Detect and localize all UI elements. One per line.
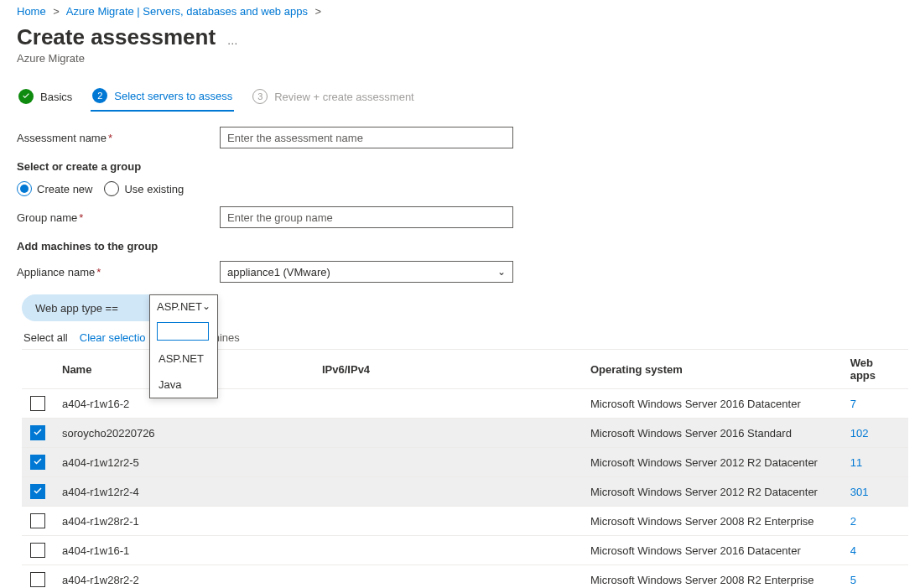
- table-row[interactable]: a404-r1w12r2-5Microsoft Windows Server 2…: [22, 448, 908, 477]
- cell-os: Microsoft Windows Server 2008 R2 Enterpr…: [582, 565, 842, 589]
- step-number-icon: 2: [92, 88, 107, 103]
- cell-webapps[interactable]: 5: [842, 565, 908, 589]
- filter-pill-web-app-type[interactable]: Web app type ==: [22, 294, 169, 321]
- cell-webapps[interactable]: 102: [842, 419, 908, 448]
- dropdown-filter-input[interactable]: [157, 322, 209, 341]
- table-row[interactable]: a404-r1w28r2-1Microsoft Windows Server 2…: [22, 507, 908, 536]
- cell-ip: [314, 448, 582, 477]
- cell-name: a404-r1w12r2-4: [54, 477, 314, 507]
- appliance-name-select[interactable]: appliance1 (VMware) ⌄: [220, 261, 513, 283]
- cell-ip: [314, 565, 582, 589]
- row-checkbox[interactable]: [30, 543, 45, 558]
- cell-os: Microsoft Windows Server 2016 Datacenter: [582, 536, 842, 565]
- cell-webapps[interactable]: 11: [842, 448, 908, 477]
- tab-basics[interactable]: Basics: [17, 84, 74, 111]
- cell-name: soroycho20220726: [54, 419, 314, 448]
- tab-select-label: Select servers to assess: [114, 90, 232, 102]
- radio-use-existing[interactable]: Use existing: [104, 181, 184, 196]
- group-mode-radio-group: Create new Use existing: [17, 181, 903, 196]
- row-checkbox[interactable]: [30, 572, 45, 587]
- column-header-os[interactable]: Operating system: [582, 350, 842, 389]
- tab-review: 3 Review + create assessment: [251, 84, 416, 111]
- column-header-webapps[interactable]: Web apps: [842, 350, 908, 389]
- assessment-name-input[interactable]: [220, 127, 513, 148]
- tab-review-label: Review + create assessment: [274, 91, 414, 103]
- row-checkbox[interactable]: [30, 513, 45, 528]
- cell-ip: [314, 536, 582, 565]
- cell-os: Microsoft Windows Server 2012 R2 Datacen…: [582, 448, 842, 477]
- group-name-input[interactable]: [220, 206, 513, 228]
- breadcrumb-section[interactable]: Azure Migrate | Servers, databases and w…: [66, 5, 308, 18]
- breadcrumb-sep: >: [311, 5, 326, 18]
- row-checkbox[interactable]: [30, 425, 45, 440]
- cell-webapps[interactable]: 2: [842, 507, 908, 536]
- table-row[interactable]: soroycho20220726Microsoft Windows Server…: [22, 419, 908, 448]
- cell-os: Microsoft Windows Server 2016 Standard: [582, 419, 842, 448]
- assessment-name-label: Assessment name*: [17, 132, 220, 144]
- cell-ip: [314, 389, 582, 419]
- machines-section-header: Add machines to the group: [17, 240, 903, 252]
- check-icon: [18, 89, 34, 104]
- filter-pill-label: Web app type ==: [35, 302, 118, 315]
- cell-name: a404-r1w28r2-1: [54, 507, 314, 536]
- column-header-ip[interactable]: IPv6/IPv4: [314, 350, 582, 389]
- table-row[interactable]: a404-r1w28r2-2Microsoft Windows Server 2…: [22, 565, 908, 589]
- cell-ip: [314, 477, 582, 507]
- cell-os: Microsoft Windows Server 2016 Datacenter: [582, 389, 842, 419]
- radio-use-existing-label: Use existing: [124, 183, 184, 195]
- dropdown-option-java[interactable]: Java: [150, 372, 217, 398]
- cell-os: Microsoft Windows Server 2008 R2 Enterpr…: [582, 507, 842, 536]
- dropdown-option-aspnet[interactable]: ASP.NET: [150, 346, 217, 372]
- web-app-type-select[interactable]: ASP.NET ⌄: [150, 295, 217, 317]
- table-row[interactable]: a404-r1w12r2-4Microsoft Windows Server 2…: [22, 477, 908, 507]
- wizard-tabs: Basics 2 Select servers to assess 3 Revi…: [17, 83, 903, 112]
- select-all-link[interactable]: Select all: [23, 331, 68, 344]
- cell-ip: [314, 419, 582, 448]
- cell-name: a404-r1w12r2-5: [54, 448, 314, 477]
- clear-selection-link[interactable]: Clear selectio: [80, 331, 146, 344]
- cell-webapps[interactable]: 4: [842, 536, 908, 565]
- appliance-name-value: appliance1 (VMware): [227, 266, 330, 278]
- breadcrumb-sep: >: [49, 5, 64, 18]
- group-name-label: Group name*: [17, 211, 220, 224]
- step-number-icon: 3: [252, 89, 268, 104]
- chevron-down-icon: ⌄: [202, 300, 211, 312]
- cell-os: Microsoft Windows Server 2012 R2 Datacen…: [582, 477, 842, 507]
- appliance-name-label: Appliance name*: [17, 266, 220, 278]
- page-title: Create assessment: [17, 24, 216, 50]
- radio-create-new-label: Create new: [37, 183, 92, 195]
- page-subtitle: Azure Migrate: [17, 52, 903, 65]
- web-app-type-selected: ASP.NET: [157, 300, 202, 313]
- tab-select-servers[interactable]: 2 Select servers to assess: [91, 83, 234, 112]
- chevron-down-icon: ⌄: [497, 266, 506, 278]
- more-actions-button[interactable]: …: [227, 34, 238, 47]
- cell-webapps[interactable]: 7: [842, 389, 908, 419]
- breadcrumb: Home > Azure Migrate | Servers, database…: [17, 3, 903, 19]
- row-checkbox[interactable]: [30, 396, 45, 411]
- cell-webapps[interactable]: 301: [842, 477, 908, 507]
- row-checkbox[interactable]: [30, 455, 45, 470]
- cell-ip: [314, 507, 582, 536]
- row-checkbox[interactable]: [30, 484, 45, 499]
- cell-name: a404-r1w16-1: [54, 536, 314, 565]
- group-section-header: Select or create a group: [17, 160, 903, 173]
- web-app-type-dropdown: ASP.NET ⌄ ASP.NET Java: [149, 294, 218, 398]
- tab-basics-label: Basics: [40, 91, 72, 103]
- breadcrumb-home[interactable]: Home: [17, 5, 46, 18]
- table-row[interactable]: a404-r1w16-1Microsoft Windows Server 201…: [22, 536, 908, 565]
- radio-create-new[interactable]: Create new: [17, 181, 92, 196]
- cell-name: a404-r1w28r2-2: [54, 565, 314, 589]
